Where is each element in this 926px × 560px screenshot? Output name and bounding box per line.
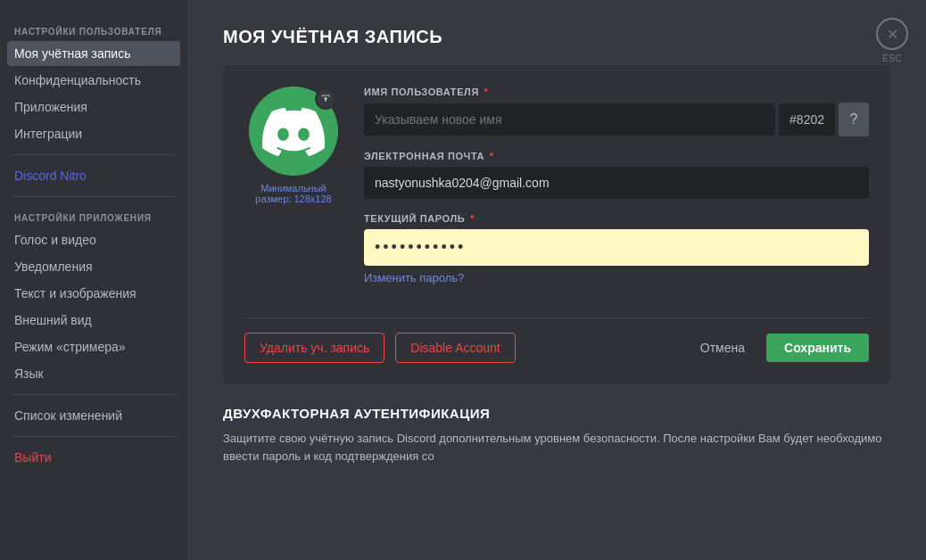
avatar-section: Минимальный размер: 128х128 bbox=[244, 86, 343, 204]
username-required-mark: * bbox=[484, 86, 489, 97]
divider-4 bbox=[11, 436, 177, 437]
sidebar-item-apps[interactable]: Приложения bbox=[7, 95, 180, 119]
sidebar-item-label: Конфиденциальность bbox=[14, 73, 141, 87]
discord-logo-icon bbox=[262, 100, 325, 162]
cancel-button[interactable]: Отмена bbox=[690, 334, 756, 362]
sidebar-item-label: Выйти bbox=[14, 450, 51, 465]
avatar-hint: Минимальный размер: 128х128 bbox=[244, 183, 343, 204]
sidebar-item-label: Голос и видео bbox=[14, 233, 96, 247]
user-settings-label: НАСТРОЙКИ ПОЛЬЗОВАТЕЛЯ bbox=[7, 21, 180, 40]
username-input-row: #8202 ? bbox=[364, 103, 869, 136]
sidebar-item-label: Внешний вид bbox=[14, 313, 92, 327]
account-card: Минимальный размер: 128х128 ИМЯ ПОЛЬЗОВА… bbox=[223, 65, 890, 384]
sidebar-item-language[interactable]: Язык bbox=[7, 361, 180, 386]
sidebar-item-privacy[interactable]: Конфиденциальность bbox=[7, 68, 180, 93]
disable-account-button[interactable]: Disable Account bbox=[395, 333, 515, 363]
sidebar: НАСТРОЙКИ ПОЛЬЗОВАТЕЛЯ Моя учётная запис… bbox=[0, 0, 187, 560]
divider-1 bbox=[11, 154, 177, 155]
buttons-row: Удалить уч. запись Disable Account Отмен… bbox=[244, 333, 869, 363]
password-field-group: ТЕКУЩИЙ ПАРОЛЬ * Изменить пароль? bbox=[364, 213, 869, 285]
app-settings-label: НАСТРОЙКИ ПРИЛОЖЕНИЯ bbox=[7, 208, 180, 226]
page-title: МОЯ УЧЁТНАЯ ЗАПИСЬ bbox=[223, 27, 890, 47]
email-label: ЭЛЕКТРОННАЯ ПОЧТА * bbox=[364, 151, 869, 161]
card-divider bbox=[244, 317, 869, 318]
sidebar-item-label: Интеграции bbox=[14, 127, 82, 141]
email-input[interactable] bbox=[364, 167, 869, 199]
sidebar-item-label: Текст и изображения bbox=[14, 286, 136, 301]
discriminator: #8202 bbox=[779, 103, 835, 136]
sidebar-item-label: Список изменений bbox=[14, 408, 122, 423]
password-required-mark: * bbox=[470, 213, 475, 224]
sidebar-item-notifications[interactable]: Уведомления bbox=[7, 254, 180, 279]
avatar-upload-button[interactable] bbox=[315, 88, 336, 110]
two-fa-section: ДВУХФАКТОРНАЯ АУТЕНТИФИКАЦИЯ Защитите св… bbox=[223, 406, 890, 465]
account-top: Минимальный размер: 128х128 ИМЯ ПОЛЬЗОВА… bbox=[244, 86, 869, 300]
save-button[interactable]: Сохранить bbox=[766, 334, 869, 362]
password-input-wrapper bbox=[364, 229, 869, 266]
sidebar-item-streamer-mode[interactable]: Режим «стримера» bbox=[7, 334, 180, 359]
divider-3 bbox=[11, 394, 177, 395]
sidebar-item-label: Язык bbox=[14, 366, 44, 381]
esc-button[interactable]: ✕ ESC bbox=[876, 18, 908, 63]
fields-section: ИМЯ ПОЛЬЗОВАТЕЛЯ * #8202 ? ЭЛЕКТРОННАЯ П… bbox=[364, 86, 869, 300]
username-input[interactable] bbox=[364, 103, 775, 136]
sidebar-item-nitro[interactable]: Discord Nitro bbox=[7, 163, 180, 188]
sidebar-item-changelog[interactable]: Список изменений bbox=[7, 403, 180, 428]
divider-2 bbox=[11, 196, 177, 197]
main-content: МОЯ УЧЁТНАЯ ЗАПИСЬ bbox=[187, 0, 926, 560]
upload-icon bbox=[320, 94, 331, 104]
sidebar-item-label: Моя учётная запись bbox=[14, 46, 130, 61]
sidebar-item-text-images[interactable]: Текст и изображения bbox=[7, 281, 180, 306]
password-label: ТЕКУЩИЙ ПАРОЛЬ * bbox=[364, 213, 869, 224]
avatar-hint-size: 128х128 bbox=[294, 194, 331, 204]
sidebar-item-label: Discord Nitro bbox=[14, 169, 87, 183]
sidebar-item-my-account[interactable]: Моя учётная запись bbox=[7, 41, 180, 66]
esc-label: ESC bbox=[882, 54, 902, 63]
esc-circle: ✕ bbox=[876, 18, 908, 50]
avatar-wrapper bbox=[249, 86, 338, 176]
sidebar-item-appearance[interactable]: Внешний вид bbox=[7, 308, 180, 333]
username-field-group: ИМЯ ПОЛЬЗОВАТЕЛЯ * #8202 ? bbox=[364, 86, 869, 136]
sidebar-item-label: Приложения bbox=[14, 100, 87, 114]
sidebar-item-label: Уведомления bbox=[14, 259, 93, 274]
sidebar-item-logout[interactable]: Выйти bbox=[7, 445, 180, 470]
sidebar-item-voice-video[interactable]: Голос и видео bbox=[7, 227, 180, 252]
email-field-group: ЭЛЕКТРОННАЯ ПОЧТА * bbox=[364, 151, 869, 199]
username-label: ИМЯ ПОЛЬЗОВАТЕЛЯ * bbox=[364, 86, 869, 97]
change-password-link[interactable]: Изменить пароль? bbox=[364, 271, 464, 284]
password-input[interactable] bbox=[364, 229, 869, 266]
sidebar-item-label: Режим «стримера» bbox=[14, 340, 126, 354]
delete-account-button[interactable]: Удалить уч. запись bbox=[244, 333, 384, 363]
username-help-button[interactable]: ? bbox=[839, 103, 869, 136]
sidebar-item-integrations[interactable]: Интеграции bbox=[7, 121, 180, 146]
email-required-mark: * bbox=[490, 151, 494, 161]
two-fa-title: ДВУХФАКТОРНАЯ АУТЕНТИФИКАЦИЯ bbox=[223, 406, 890, 421]
two-fa-description: Защитите свою учётную запись Discord доп… bbox=[223, 430, 890, 465]
